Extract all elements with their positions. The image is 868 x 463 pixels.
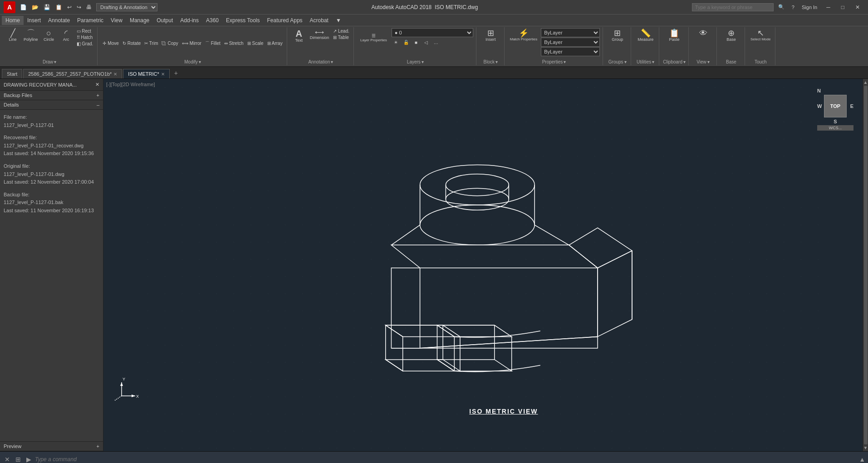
search-button[interactable]: 🔍 (775, 3, 787, 11)
stretch-button[interactable]: ⇔ Stretch (223, 28, 245, 58)
close-button[interactable]: ✕ (851, 2, 864, 12)
cube-top-face[interactable]: TOP (824, 95, 847, 117)
dimension-button[interactable]: ⟷ Dimension (308, 28, 331, 58)
trim-button[interactable]: ✂ Trim (143, 28, 159, 58)
copy-button[interactable]: ⿻ Copy (160, 28, 179, 58)
workspace-select[interactable]: Drafting & Annotation (96, 3, 157, 11)
utilities-label[interactable]: Utilities ▾ (637, 59, 654, 64)
layers-chevron-icon[interactable]: ▾ (422, 59, 424, 64)
base-button[interactable]: ⊕ Base (723, 28, 740, 58)
panel-collapse-icon[interactable]: ✕ (95, 82, 99, 88)
match-properties-button[interactable]: ⚡ Match Properties (508, 28, 539, 42)
new-tab-button[interactable]: + (171, 68, 181, 78)
menu-expresstools[interactable]: Express Tools (222, 16, 263, 25)
preview-header[interactable]: Preview + (0, 441, 103, 451)
layer-prev-button[interactable]: ◁ (422, 38, 431, 47)
lineweight-dropdown[interactable]: ByLayer (541, 47, 600, 56)
hatch-button[interactable]: ⠿ Hatch (75, 34, 95, 40)
cmd-expand-button[interactable]: ⊞ (14, 455, 23, 463)
menu-featuredapps[interactable]: Featured Apps (264, 16, 306, 25)
properties-label[interactable]: Properties ▾ (542, 59, 566, 64)
layer-lock-button[interactable]: 🔓 (402, 38, 411, 47)
right-scrollbar[interactable]: ▲ ▼ (863, 79, 868, 451)
preview-expand-icon[interactable]: + (97, 444, 99, 449)
command-input[interactable] (35, 456, 857, 463)
arc-button[interactable]: ◜ Arc (58, 28, 74, 58)
rectangle-button[interactable]: ▭ Rect (75, 28, 95, 34)
drawing-area[interactable]: [-][Top][2D Wireframe] (103, 79, 863, 451)
scroll-down-button[interactable]: ▼ (863, 445, 868, 450)
block-label[interactable]: Block ▾ (483, 59, 497, 64)
wcs-label[interactable]: WCS... (817, 125, 853, 131)
help-button[interactable]: ? (789, 4, 797, 11)
cmd-arrow-button[interactable]: ▲ (859, 456, 865, 463)
view-button[interactable]: 👁 (695, 28, 711, 58)
annotation-label[interactable]: Annotation ▾ (308, 59, 333, 64)
signin-button[interactable]: Sign In (799, 4, 820, 11)
search-input[interactable] (692, 3, 774, 11)
details-header[interactable]: Details – (0, 100, 103, 110)
menu-acrobat[interactable]: Acrobat (306, 16, 332, 25)
menu-more[interactable]: ▼ (332, 16, 345, 25)
circle-button[interactable]: ○ Circle (41, 28, 57, 58)
plot-button[interactable]: 🖶 (84, 3, 93, 11)
modify-label[interactable]: Modify ▾ (184, 59, 201, 64)
clipboard-chevron-icon[interactable]: ▾ (683, 59, 686, 64)
undo-button[interactable]: ↩ (65, 3, 74, 11)
minimize-button[interactable]: ─ (822, 2, 835, 12)
draw-label[interactable]: Draw ▾ (43, 59, 56, 64)
backup-files-header[interactable]: Backup Files + (0, 91, 103, 100)
open-button[interactable]: 📂 (30, 3, 40, 11)
draw-chevron-icon[interactable]: ▾ (54, 59, 56, 64)
scale-button[interactable]: ⊞ Scale (246, 28, 265, 58)
color-dropdown[interactable]: ByLayer (541, 28, 600, 37)
redo-button[interactable]: ↪ (75, 3, 83, 11)
insert-button[interactable]: ⊞ Insert (482, 28, 499, 58)
view-chevron-icon[interactable]: ▾ (707, 59, 710, 64)
leader-button[interactable]: ↗ Lead. (332, 28, 351, 34)
table-button[interactable]: ⊞ Table (332, 34, 351, 40)
menu-view[interactable]: View (107, 16, 126, 25)
doc-tab-isometric[interactable]: ISO METRIC* ✕ (123, 69, 169, 78)
menu-annotate[interactable]: Annotate (44, 16, 74, 25)
annotation-chevron-icon[interactable]: ▾ (331, 59, 333, 64)
save-button[interactable]: 💾 (42, 3, 52, 11)
layer-freeze-button[interactable]: ☀ (392, 38, 401, 47)
maximize-button[interactable]: □ (837, 2, 849, 12)
paste-button[interactable]: 📋 Paste (666, 28, 682, 58)
polyline-button[interactable]: ⌒ Polyline (22, 28, 40, 58)
clipboard-label[interactable]: Clipboard ▾ (663, 59, 686, 64)
doc-tab-plotno[interactable]: 2586_2586_2557_2557_PLOTNO1b* ✕ (23, 69, 122, 78)
utilities-chevron-icon[interactable]: ▾ (652, 59, 654, 64)
menu-addins[interactable]: Add-ins (177, 16, 202, 25)
menu-manage[interactable]: Manage (126, 16, 153, 25)
block-chevron-icon[interactable]: ▾ (495, 59, 498, 64)
details-collapse-icon[interactable]: – (97, 102, 99, 107)
groups-label[interactable]: Groups ▾ (608, 59, 627, 64)
move-button[interactable]: ✛ Move (101, 28, 120, 58)
menu-home[interactable]: Home (2, 16, 24, 25)
array-button[interactable]: ⊞ Array (266, 28, 284, 58)
backup-files-expand-icon[interactable]: + (97, 93, 99, 98)
rotate-button[interactable]: ↻ Rotate (121, 28, 142, 58)
doc-tab-start[interactable]: Start (2, 69, 22, 78)
cmd-options-button[interactable]: ▶ (25, 455, 33, 463)
line-button[interactable]: ╱ Line (5, 28, 21, 58)
layer-dropdown[interactable]: ● 0 (392, 28, 473, 37)
doc-tab-plotno-close[interactable]: ✕ (113, 72, 117, 77)
group-button[interactable]: ⊞ Group (609, 28, 626, 58)
menu-insert[interactable]: Insert (24, 16, 44, 25)
properties-chevron-icon[interactable]: ▾ (564, 59, 566, 64)
view-label[interactable]: View ▾ (696, 59, 710, 64)
menu-a360[interactable]: A360 (202, 16, 222, 25)
menu-output[interactable]: Output (153, 16, 177, 25)
linetype-dropdown[interactable]: ByLayer (541, 38, 600, 47)
layer-color-button[interactable]: ■ (412, 38, 421, 47)
fillet-button[interactable]: ⌒ Fillet (204, 28, 222, 58)
layers-label[interactable]: Layers ▾ (407, 59, 424, 64)
scroll-thumb[interactable] (864, 86, 868, 444)
layer-properties-button[interactable]: ☰ Layer Properties (358, 31, 390, 44)
select-mode-button[interactable]: ↖ Select Mode (749, 28, 772, 58)
new-button[interactable]: 📄 (18, 3, 29, 11)
scroll-up-button[interactable]: ▲ (863, 80, 868, 85)
